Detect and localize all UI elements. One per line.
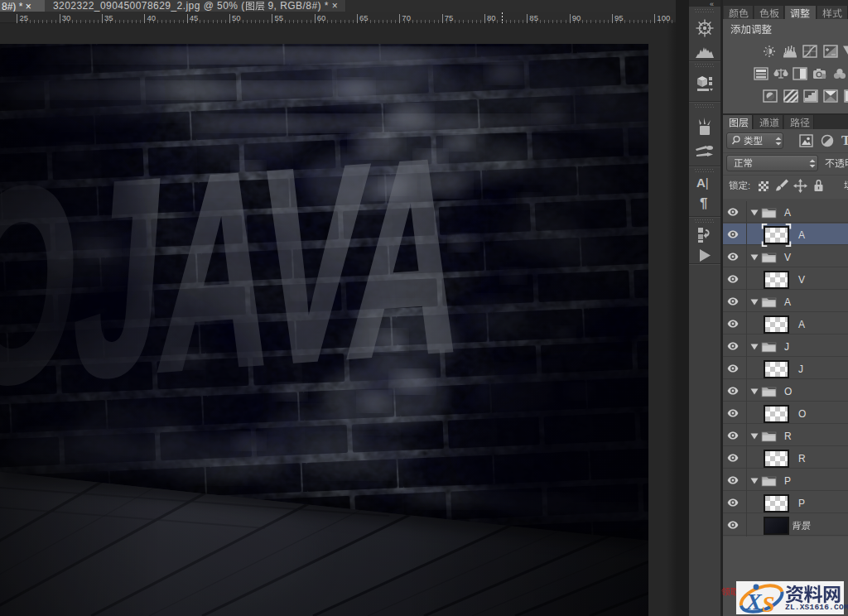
svg-text:S: S	[762, 591, 775, 614]
svg-text:X: X	[745, 589, 763, 614]
